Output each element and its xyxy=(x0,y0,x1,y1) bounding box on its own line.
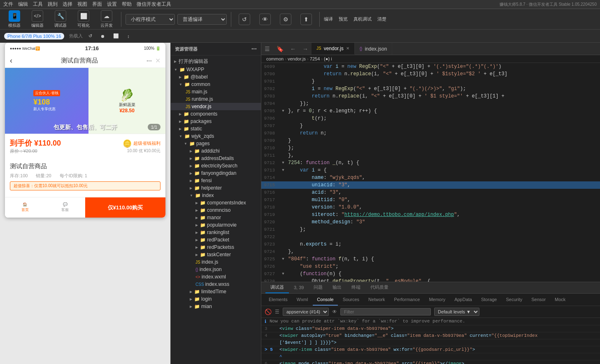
electricitysearch-folder[interactable]: ▶ 📁 electricitySearch xyxy=(171,162,261,169)
file-tree-more[interactable]: ··· xyxy=(251,45,257,53)
refresh-btn[interactable]: ↺ xyxy=(235,12,253,27)
babel-folder[interactable]: ▶ 📁 @babel xyxy=(171,73,261,81)
devtools-console[interactable]: Console xyxy=(313,294,337,306)
clear-label[interactable]: 清楚 xyxy=(377,16,386,22)
debugger-btn[interactable]: 🔧 调试器 xyxy=(50,9,71,30)
compile-mode-select[interactable]: 普通编译 xyxy=(177,14,227,25)
buy-button[interactable]: 仅¥110.00购买 xyxy=(85,197,165,218)
componentsindex-folder[interactable]: ▶ 📁 componentsIndex xyxy=(171,199,261,206)
terminal-tab[interactable]: 终端 xyxy=(347,282,365,293)
simulator-btn[interactable]: 📱 模拟器 xyxy=(4,9,25,30)
limitedtime-folder[interactable]: ▶ 📁 limitedTime xyxy=(171,288,261,295)
index-json-tab[interactable]: {} index.json xyxy=(355,43,393,55)
compile-label[interactable]: 编译 xyxy=(324,16,333,22)
vendor-js-tab[interactable]: JS vendor.js ✕ xyxy=(312,43,355,55)
preview-refresh-btn[interactable]: 👁 xyxy=(256,12,274,27)
main-js-file[interactable]: JS main.js xyxy=(171,88,261,95)
static-folder[interactable]: ▶ 📁 static xyxy=(171,125,261,132)
service-tab[interactable]: 💬 客服 xyxy=(45,197,86,218)
menu-view[interactable]: 视图 xyxy=(77,1,87,8)
visualize-btn[interactable]: ⬜ 可视化 xyxy=(73,9,94,30)
index-wxss-file[interactable]: CSS index.wxss xyxy=(171,281,261,288)
menu-edit[interactable]: 编辑 xyxy=(18,1,28,8)
sidebar-toggle[interactable]: ☰ xyxy=(261,43,273,55)
index-json-file[interactable]: {} index.json xyxy=(171,266,261,273)
menu-wechat[interactable]: 微信开发者工具 xyxy=(137,1,171,8)
appservice-select[interactable]: appservice (#14) xyxy=(283,308,329,316)
taskcenter-folder[interactable]: ▶ 📁 taskCenter xyxy=(171,251,261,258)
menu-interface[interactable]: 界面 xyxy=(92,1,102,8)
devtools-mock[interactable]: Mock xyxy=(551,294,570,306)
upload-btn[interactable]: ⬆ xyxy=(297,12,315,27)
editor-btn[interactable]: </> 编辑器 xyxy=(27,9,48,30)
devtools-elements[interactable]: Elements xyxy=(265,294,292,306)
nav-forward-btn[interactable]: → xyxy=(299,43,312,55)
menu-file[interactable]: 文件 xyxy=(3,1,13,8)
menu-help[interactable]: 帮助 xyxy=(122,1,132,8)
helpenter-folder[interactable]: ▶ 📁 helpenter xyxy=(171,184,261,192)
index-wxml-file[interactable]: <> index.wxml xyxy=(171,273,261,281)
fensi-folder[interactable]: ▶ 📁 fensi xyxy=(171,177,261,184)
devtools-wxml[interactable]: Wxml xyxy=(293,294,312,306)
devtools-sensor[interactable]: Sensor xyxy=(527,294,550,306)
miniapp-mode-select[interactable]: 小程序模式 xyxy=(126,14,175,25)
vendor-js-close[interactable]: ✕ xyxy=(346,46,349,51)
wjyk-folder[interactable]: ▼ 📁 wjyk_zqds xyxy=(171,132,261,140)
rotate-btn[interactable]: ↺ xyxy=(86,32,95,39)
screenshot-btn[interactable]: ⬜ xyxy=(111,32,121,39)
filter-input[interactable] xyxy=(340,308,431,315)
redpacketss-folder[interactable]: ▶ 📁 redPacketss xyxy=(171,243,261,251)
conmnciso-folder[interactable]: ▶ 📁 conmnciso xyxy=(171,206,261,214)
code-quality-tab[interactable]: 代码质量 xyxy=(365,282,393,293)
addressdetails-folder[interactable]: ▶ 📁 addressDetails xyxy=(171,155,261,162)
runtime-js-file[interactable]: JS runtime.js xyxy=(171,95,261,103)
devtools-appdata[interactable]: AppData xyxy=(450,294,476,306)
devtools-memory[interactable]: Memory xyxy=(425,294,449,306)
level-select[interactable]: Default levels ▼ xyxy=(434,308,479,316)
hot-reload-label[interactable]: 热载入 xyxy=(69,33,83,39)
devtools-storage[interactable]: Storage xyxy=(477,294,501,306)
packages-folder[interactable]: ▶ 📁 packages xyxy=(171,118,261,125)
nav-back-btn[interactable]: ← xyxy=(287,43,299,55)
index-folder[interactable]: ▼ 📁 index xyxy=(171,192,261,199)
devtools-network[interactable]: Network xyxy=(364,294,389,306)
preview-label[interactable]: 预览 xyxy=(339,16,348,22)
real-debug-label[interactable]: 真机调试 xyxy=(353,16,372,22)
cloud-btn[interactable]: ☁ 云开发 xyxy=(96,9,117,30)
devtools-security[interactable]: Security xyxy=(502,294,526,306)
common-folder[interactable]: ▼ 📁 common xyxy=(171,81,261,88)
vendor-js-file[interactable]: JS vendor.js xyxy=(171,103,261,110)
redpacket-folder[interactable]: ▶ 📁 redPacket xyxy=(171,236,261,243)
eye-icon[interactable]: 👁 xyxy=(332,309,337,315)
login-folder[interactable]: ▶ 📁 login xyxy=(171,295,261,303)
mian-folder[interactable]: ▶ 📁 mian xyxy=(171,303,261,310)
position-tab[interactable]: 3, 39 xyxy=(289,282,309,293)
home-tab[interactable]: 🏠 首页 xyxy=(5,197,45,218)
back-btn[interactable]: ‹ xyxy=(10,56,12,65)
record-btn[interactable]: ⏺ xyxy=(98,33,107,39)
menu-select[interactable]: 选择 xyxy=(63,1,72,8)
pages-folder[interactable]: ▼ 📁 pages xyxy=(171,140,261,147)
index-js-file[interactable]: JS index.js xyxy=(171,258,261,266)
devtools-sources[interactable]: Sources xyxy=(339,294,363,306)
clear-console-btn[interactable]: 🚫 xyxy=(265,308,272,315)
resize-btn[interactable]: ↕ xyxy=(125,33,132,39)
popularmovie-folder[interactable]: ▶ 📁 popularmovie xyxy=(171,221,261,229)
debugger-tab[interactable]: 调试器 xyxy=(265,282,289,293)
devtools-performance[interactable]: Performance xyxy=(390,294,424,306)
menu-goto[interactable]: 跳到 xyxy=(48,1,58,8)
code-area[interactable]: 9699 var i = new RegExp("<" + e[_t3][0] … xyxy=(261,63,600,282)
fanyongdingdan-folder[interactable]: ▶ 📁 fanyongdingdan xyxy=(171,169,261,177)
phone-model-label[interactable]: Phone 6/7/8 Plus 100% 16 xyxy=(4,33,64,39)
components-folder[interactable]: ▶ 📁 components xyxy=(171,110,261,118)
settings-btn[interactable]: ⚙ xyxy=(277,12,295,27)
adddizhi-folder[interactable]: ▶ 📁 adddizhi xyxy=(171,147,261,155)
menu-settings[interactable]: 设置 xyxy=(107,1,117,8)
output-tab[interactable]: 输出 xyxy=(328,282,347,293)
rankinglist-folder[interactable]: ▶ 📁 rankinglist xyxy=(171,229,261,236)
menu-tools[interactable]: 工具 xyxy=(33,1,43,8)
issues-tab[interactable]: 问题 xyxy=(309,282,328,293)
open-editors-section[interactable]: ▶ 打开的编辑器 xyxy=(171,57,261,66)
wxapp-root[interactable]: ▼ 📁 WXAPP xyxy=(171,66,261,73)
manor-folder[interactable]: ▶ 📁 manor xyxy=(171,214,261,221)
